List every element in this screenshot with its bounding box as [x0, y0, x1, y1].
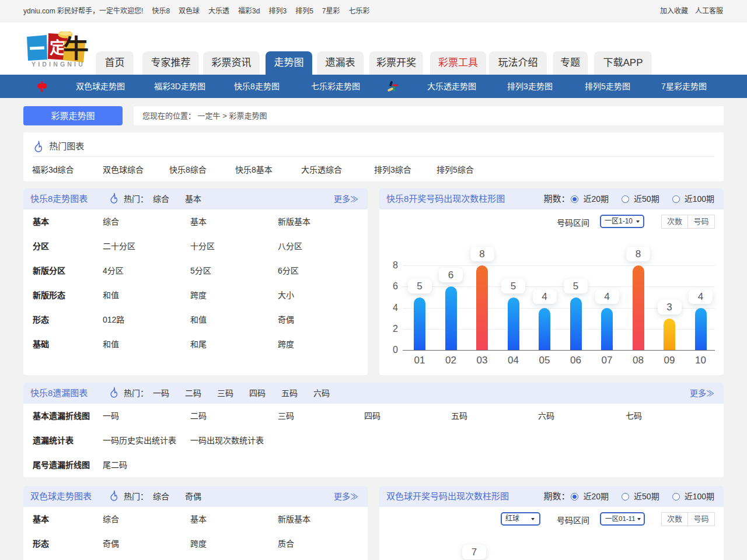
svg-text:YIDINGNIU: YIDINGNIU [32, 61, 85, 68]
svg-text:牛: 牛 [63, 35, 89, 64]
